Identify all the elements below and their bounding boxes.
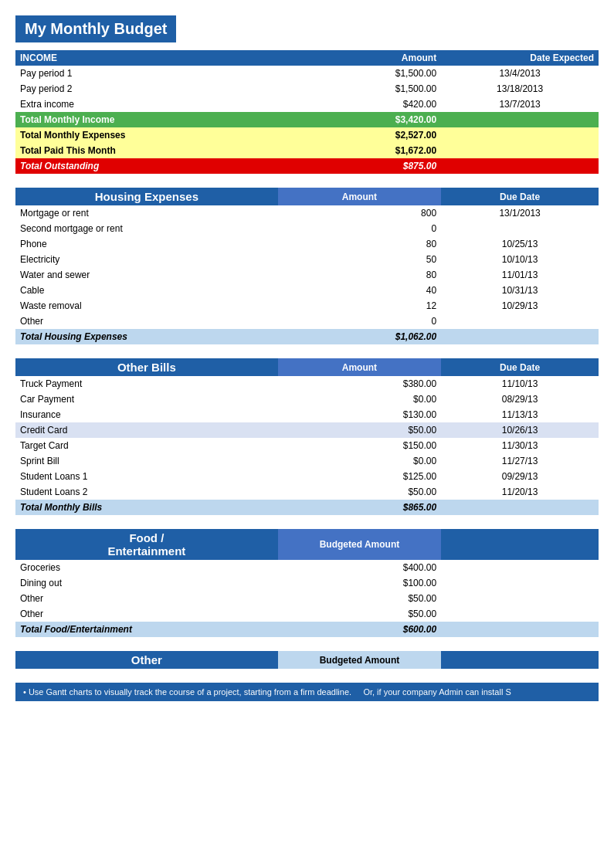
housing-header-amount: Amount bbox=[278, 188, 441, 205]
ad-bar: • Use Gantt charts to visually track the… bbox=[15, 683, 599, 701]
other-bills-row-7: Student Loans 1 $125.00 09/29/13 bbox=[15, 469, 599, 484]
ad-text-right: Or, if your company Admin can install S bbox=[363, 687, 511, 697]
total-housing-value: $1,062.00 bbox=[278, 329, 441, 344]
total-food-value: $600.00 bbox=[278, 622, 441, 637]
income-amount-3: $420.00 bbox=[278, 97, 441, 112]
income-date-1: 13/4/2013 bbox=[441, 66, 599, 81]
total-monthly-income-label: Total Monthly Income bbox=[15, 112, 278, 127]
other-bills-row-1: Truck Payment $380.00 11/10/13 bbox=[15, 376, 599, 392]
income-table: INCOME Amount Date Expected Pay period 1… bbox=[15, 50, 599, 174]
other-bills-row-5: Target Card $150.00 11/30/13 bbox=[15, 438, 599, 453]
income-header-label: INCOME bbox=[15, 50, 278, 66]
income-row-2: Pay period 2 $1,500.00 13/18/2013 bbox=[15, 81, 599, 97]
housing-table: Housing Expenses Amount Due Date Mortgag… bbox=[15, 188, 599, 344]
total-outstanding-row: Total Outstanding $875.00 bbox=[15, 158, 599, 174]
housing-row-5: Water and sewer 80 11/01/13 bbox=[15, 267, 599, 283]
total-bills-label: Total Monthly Bills bbox=[15, 500, 278, 515]
total-monthly-expenses-label: Total Monthly Expenses bbox=[15, 127, 278, 143]
other-bills-row-6: Sprint Bill $0.00 11/27/13 bbox=[15, 453, 599, 469]
housing-row-1: Mortgage or rent 800 13/1/2013 bbox=[15, 205, 599, 221]
income-label-3: Extra income bbox=[15, 97, 278, 112]
total-outstanding-value: $875.00 bbox=[278, 158, 441, 174]
housing-row-8: Other 0 bbox=[15, 314, 599, 329]
income-header-amount: Amount bbox=[278, 50, 441, 66]
food-header-label: Food / Entertainment bbox=[15, 529, 278, 560]
income-label-1: Pay period 1 bbox=[15, 66, 278, 81]
total-monthly-income-value: $3,420.00 bbox=[278, 112, 441, 127]
income-label-2: Pay period 2 bbox=[15, 81, 278, 97]
income-date-2: 13/18/2013 bbox=[441, 81, 599, 97]
housing-header-label: Housing Expenses bbox=[15, 188, 278, 205]
income-header-date: Date Expected bbox=[441, 50, 599, 66]
other-bills-table: Other Bills Amount Due Date Truck Paymen… bbox=[15, 358, 599, 515]
income-date-3: 13/7/2013 bbox=[441, 97, 599, 112]
total-food-row: Total Food/Entertainment $600.00 bbox=[15, 622, 599, 637]
total-housing-label: Total Housing Expenses bbox=[15, 329, 278, 344]
food-row-1: Groceries $400.00 bbox=[15, 560, 599, 575]
other-bills-row-4: Credit Card $50.00 10/26/13 bbox=[15, 422, 599, 438]
food-header-amount: Budgeted Amount bbox=[278, 529, 441, 560]
income-row-1: Pay period 1 $1,500.00 13/4/2013 bbox=[15, 66, 599, 81]
housing-header-due: Due Date bbox=[441, 188, 599, 205]
other-bills-row-8: Student Loans 2 $50.00 11/20/13 bbox=[15, 484, 599, 500]
total-bills-value: $865.00 bbox=[278, 500, 441, 515]
total-paid-row: Total Paid This Month $1,672.00 bbox=[15, 143, 599, 158]
other-bills-row-3: Insurance $130.00 11/13/13 bbox=[15, 407, 599, 422]
housing-row-6: Cable 40 10/31/13 bbox=[15, 283, 599, 298]
income-amount-2: $1,500.00 bbox=[278, 81, 441, 97]
other-section-table: Other Budgeted Amount bbox=[15, 651, 599, 669]
other-section-header-amount: Budgeted Amount bbox=[278, 651, 441, 669]
total-monthly-expenses-value: $2,527.00 bbox=[278, 127, 441, 143]
total-outstanding-label: Total Outstanding bbox=[15, 158, 278, 174]
total-food-label: Total Food/Entertainment bbox=[15, 622, 278, 637]
other-bills-row-2: Car Payment $0.00 08/29/13 bbox=[15, 392, 599, 407]
total-paid-label: Total Paid This Month bbox=[15, 143, 278, 158]
income-row-3: Extra income $420.00 13/7/2013 bbox=[15, 97, 599, 112]
ad-text-left: • Use Gantt charts to visually track the… bbox=[23, 687, 351, 697]
total-housing-row: Total Housing Expenses $1,062.00 bbox=[15, 329, 599, 344]
total-monthly-income-row: Total Monthly Income $3,420.00 bbox=[15, 112, 599, 127]
housing-row-4: Electricity 50 10/10/13 bbox=[15, 252, 599, 267]
income-amount-1: $1,500.00 bbox=[278, 66, 441, 81]
housing-row-3: Phone 80 10/25/13 bbox=[15, 236, 599, 252]
total-paid-value: $1,672.00 bbox=[278, 143, 441, 158]
other-section-header-label: Other bbox=[15, 651, 278, 669]
housing-row-7: Waste removal 12 10/29/13 bbox=[15, 298, 599, 314]
total-monthly-expenses-row: Total Monthly Expenses $2,527.00 bbox=[15, 127, 599, 143]
page-title: My Monthly Budget bbox=[15, 15, 176, 42]
food-table: Food / Entertainment Budgeted Amount Gro… bbox=[15, 529, 599, 637]
other-bills-header-amount: Amount bbox=[278, 358, 441, 376]
total-bills-row: Total Monthly Bills $865.00 bbox=[15, 500, 599, 515]
housing-row-2: Second mortgage or rent 0 bbox=[15, 221, 599, 236]
food-row-3: Other $50.00 bbox=[15, 591, 599, 606]
food-row-4: Other $50.00 bbox=[15, 606, 599, 622]
other-bills-header-label: Other Bills bbox=[15, 358, 278, 376]
other-bills-header-due: Due Date bbox=[441, 358, 599, 376]
food-row-2: Dining out $100.00 bbox=[15, 575, 599, 591]
